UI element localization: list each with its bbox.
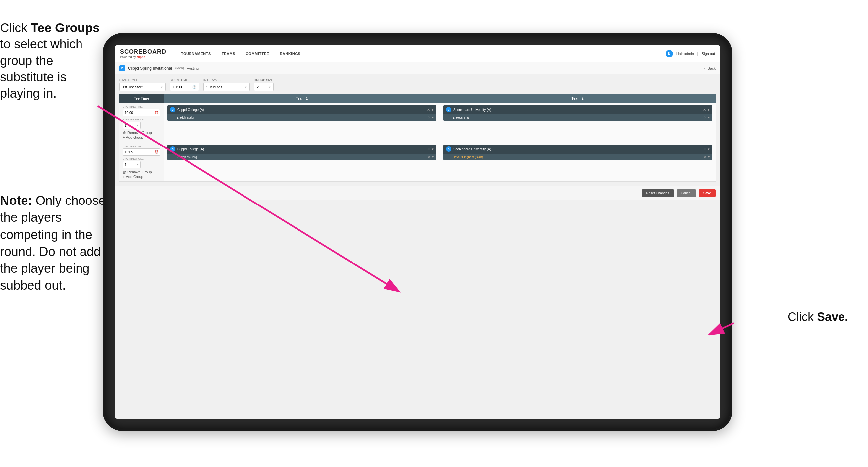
caret-icon-3: ▾ [269, 85, 271, 89]
trash-icon: 🗑 [123, 130, 126, 135]
click-save-bold: Save. [817, 310, 848, 323]
team-card-1-1: C Clippd College (A) ✕ ▾ 1. Rich Butler … [167, 106, 436, 121]
start-time-field: Start Time 10:00 🕙 [169, 78, 199, 91]
team-actions-2-1: ✕ ▾ [703, 108, 710, 112]
team-card-header-1-1[interactable]: C Clippd College (A) ✕ ▾ [167, 106, 436, 114]
col-team1: Team 1 [164, 94, 440, 103]
tablet-frame: SCOREBOARD Powered by clippd TOURNAMENTS… [103, 33, 732, 431]
start-time-input[interactable]: 10:00 🕙 [169, 83, 199, 91]
team-name-2-2: Scoreboard University (A) [453, 147, 701, 151]
clock-icon: 🕙 [192, 85, 196, 89]
starting-time-input-1[interactable]: 10:00 ⏰ [123, 109, 160, 116]
team2-cell-1: S Scoreboard University (A) ✕ ▾ 1. Rees … [440, 103, 716, 142]
chevron-team-icon-2-1[interactable]: ▾ [708, 108, 710, 112]
caret-hole-1: ▾ [137, 124, 139, 127]
remove-team-icon-1-1[interactable]: ✕ [427, 108, 430, 112]
chevron-team-icon-1-1[interactable]: ▾ [432, 108, 434, 112]
remove-group-link-2[interactable]: 🗑 Remove Group [123, 170, 160, 174]
team1-cell-2: C Clippd College (A) ✕ ▾ 2. Blair McHarg… [164, 142, 440, 181]
intervals-label: Intervals [204, 78, 250, 82]
instruction-text-part2: to select which group the substitute is … [0, 37, 83, 100]
chevron-team-icon-2-2[interactable]: ▾ [708, 147, 710, 151]
team-name-1-2: Clippd College (A) [177, 147, 425, 151]
team-card-header-1-2[interactable]: C Clippd College (A) ✕ ▾ [167, 145, 436, 153]
main-instruction: Click Tee Groups to select which group t… [0, 20, 103, 102]
chevron-player-icon-3[interactable]: ▾ [432, 155, 434, 159]
settings-row: Start Type 1st Tee Start ▾ Start Time 10… [119, 78, 716, 91]
remove-player-icon-2[interactable]: ✕ [704, 116, 706, 119]
player-actions-3: ✕ ▾ [428, 155, 434, 159]
logo-brand: clippd [137, 55, 146, 59]
sub-header-left: B Clippd Spring Invitational (Men) Hosti… [119, 65, 199, 71]
content-area: Start Type 1st Tee Start ▾ Start Time 10… [115, 74, 720, 185]
player-name-4: Dave Billingham (SUB) [453, 155, 483, 159]
sign-out-link[interactable]: Sign out [702, 52, 715, 56]
starting-hole-label-2: STARTING HOLE: [123, 157, 160, 160]
team-card-header-2-1[interactable]: S Scoreboard University (A) ✕ ▾ [443, 106, 712, 114]
nav-rankings[interactable]: RANKINGS [274, 52, 306, 56]
chevron-player-icon[interactable]: ▾ [432, 116, 434, 119]
clock-icon-2: ⏰ [155, 150, 158, 154]
player-actions-2: ✕ ▾ [704, 116, 710, 119]
team-card-2-2: S Scoreboard University (A) ✕ ▾ Dave Bil… [443, 145, 712, 160]
nav-tournaments[interactable]: TOURNAMENTS [176, 52, 216, 56]
tournament-name: Clippd Spring Invitational [128, 66, 172, 70]
player-actions-1: ✕ ▾ [428, 116, 434, 119]
starting-hole-input-2[interactable]: 1 ▾ [123, 161, 141, 168]
remove-team-icon-2-1[interactable]: ✕ [703, 108, 706, 112]
app-logo: SCOREBOARD Powered by clippd [120, 49, 166, 59]
tee-time-cell-1: STARTING TIME: 10:00 ⏰ STARTING HOLE: 1 … [119, 103, 164, 142]
note-bold: Note: [0, 194, 36, 207]
user-name: blair admin [676, 52, 694, 56]
nav-teams[interactable]: TEAMS [216, 52, 241, 56]
start-type-input[interactable]: 1st Tee Start ▾ [119, 83, 166, 91]
start-type-label: Start Type [119, 78, 166, 82]
group-size-field: Group Size 2 ▾ [254, 78, 274, 91]
trash-icon-2: 🗑 [123, 170, 126, 174]
starting-hole-input-1[interactable]: 1 ▾ [123, 122, 141, 129]
save-button[interactable]: Save [699, 189, 716, 197]
team-badge-c1: C [170, 107, 175, 112]
group-size-label: Group Size [254, 78, 274, 82]
add-group-link-1[interactable]: + Add Group [123, 135, 160, 139]
remove-team-icon-1-2[interactable]: ✕ [427, 147, 430, 151]
player-name-1: 1. Rich Butler [177, 116, 194, 119]
team-actions-1-2: ✕ ▾ [427, 147, 434, 151]
intervals-input[interactable]: 5 Minutes ▾ [204, 83, 250, 91]
table-row-2: STARTING TIME: 10:05 ⏰ STARTING HOLE: 1 … [119, 142, 716, 182]
plus-icon: + [123, 135, 125, 139]
table-row: STARTING TIME: 10:00 ⏰ STARTING HOLE: 1 … [119, 103, 716, 142]
sub-header: B Clippd Spring Invitational (Men) Hosti… [115, 62, 720, 74]
remove-team-icon-2-2[interactable]: ✕ [703, 147, 706, 151]
click-save-text-part1: Click [788, 310, 817, 323]
player-actions-4: ✕ ▾ [704, 155, 710, 159]
back-button[interactable]: < Back [704, 66, 716, 70]
player-row-4: Dave Billingham (SUB) ✕ ▾ [443, 153, 712, 160]
starting-time-input-2[interactable]: 10:05 ⏰ [123, 148, 160, 156]
caret-hole-2: ▾ [137, 163, 139, 166]
start-time-label: Start Time [169, 78, 199, 82]
chevron-player-icon-4[interactable]: ▾ [708, 155, 710, 159]
team-actions-2-2: ✕ ▾ [703, 147, 710, 151]
cancel-button[interactable]: Cancel [677, 189, 696, 197]
logo-sub-text: Powered by clippd [120, 55, 166, 59]
chevron-player-icon-2[interactable]: ▾ [708, 116, 710, 119]
add-group-link-2[interactable]: + Add Group [123, 175, 160, 179]
clock-icon-1: ⏰ [155, 111, 158, 114]
remove-player-icon-4[interactable]: ✕ [704, 155, 706, 159]
remove-player-icon[interactable]: ✕ [428, 116, 430, 119]
logo-main-text: SCOREBOARD [120, 49, 166, 55]
nav-committee[interactable]: COMMITTEE [241, 52, 275, 56]
plus-icon-2: + [123, 175, 125, 179]
group-size-input[interactable]: 2 ▾ [254, 83, 274, 91]
start-type-field: Start Type 1st Tee Start ▾ [119, 78, 166, 91]
reset-changes-button[interactable]: Reset Changes [642, 189, 674, 197]
click-save-instruction: Click Save. [788, 310, 848, 324]
col-team2: Team 2 [440, 94, 716, 103]
remove-group-link-1[interactable]: 🗑 Remove Group [123, 130, 160, 135]
player-row-1: 1. Rich Butler ✕ ▾ [167, 114, 436, 121]
team-badge-c2: C [170, 146, 175, 152]
team-card-header-2-2[interactable]: S Scoreboard University (A) ✕ ▾ [443, 145, 712, 153]
remove-player-icon-3[interactable]: ✕ [428, 155, 430, 159]
chevron-team-icon-1-2[interactable]: ▾ [432, 147, 434, 151]
